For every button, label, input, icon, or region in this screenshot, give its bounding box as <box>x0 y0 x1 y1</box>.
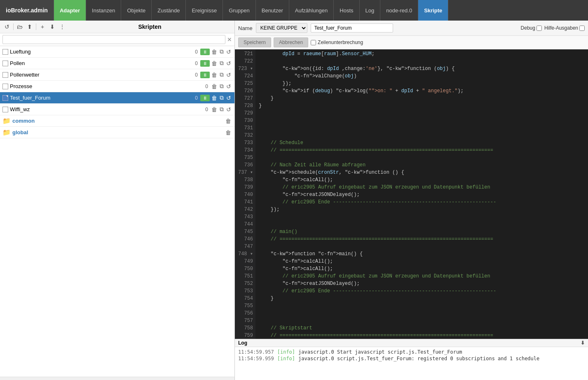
item-actions: 🗑 ⧉ ↺ <box>211 106 232 113</box>
main-layout: ↺ 🗁 ⬆ + ⬇ ⋮ Skripten ✕ Lueftung 0 ⏸ 🗑 <box>0 21 588 380</box>
log-level: [info] <box>277 356 295 361</box>
log-level: [info] <box>277 349 295 355</box>
folder-delete-button[interactable]: 🗑 <box>225 118 232 124</box>
folder-icon: 📁 <box>2 117 11 125</box>
copy-button[interactable]: ⧉ <box>219 48 225 55</box>
log-message: javascript.0 Start javascript script.js.… <box>298 349 462 355</box>
upload-icon[interactable]: ⬆ <box>25 22 34 31</box>
tab-objekte[interactable]: Objekte <box>121 0 152 21</box>
list-item[interactable]: Wiffi_wz 0 🗑 ⧉ ↺ <box>0 104 234 115</box>
item-count: 0 <box>195 61 198 66</box>
log-row: 11:54:59.959 [info] javascript.0 script.… <box>238 355 585 362</box>
restart-button[interactable]: ↺ <box>225 106 232 113</box>
delete-button[interactable]: 🗑 <box>211 106 218 113</box>
tab-hosts[interactable]: Hosts <box>334 0 359 21</box>
download-icon[interactable]: ⬇ <box>48 22 57 31</box>
item-count: 0 <box>195 49 198 55</box>
list-item-selected[interactable]: Test_fuer_Forum 0 ⏸ 🗑 ⧉ ↺ <box>0 92 234 104</box>
log-message: javascript.0 script.js.Test_fuer_Forum: … <box>298 356 539 361</box>
zeilen-label[interactable]: Zeilenunterbrechung <box>311 40 363 45</box>
item-name: Pollenwetter <box>10 72 195 78</box>
delete-button[interactable]: 🗑 <box>211 60 218 67</box>
tab-instanzen[interactable]: Instanzen <box>86 0 121 21</box>
toolbar-sep-1 <box>13 23 14 30</box>
restart-button[interactable]: ↺ <box>225 49 232 55</box>
file-icon <box>2 84 8 89</box>
tab-zustaende[interactable]: Zustände <box>152 0 186 21</box>
name-label: Name <box>238 25 253 31</box>
refresh-icon[interactable]: ↺ <box>2 22 12 31</box>
left-scrollbar[interactable] <box>0 377 234 380</box>
copy-button[interactable]: ⧉ <box>219 83 225 90</box>
item-actions: 🗑 ⧉ ↺ <box>211 83 232 90</box>
item-actions: ⏸ 🗑 ⧉ ↺ <box>200 94 232 101</box>
list-item[interactable]: Prozesse 0 🗑 ⧉ ↺ <box>0 81 234 92</box>
log-time: 11:54:59.957 <box>238 349 274 355</box>
tab-skripte[interactable]: Skripte <box>418 0 448 21</box>
tab-node-red[interactable]: node-red.0 <box>380 0 418 21</box>
debug-section: Debug Hilfe-Ausgaben <box>521 25 585 31</box>
item-count: 0 <box>195 95 198 101</box>
item-name: Wiffi_wz <box>10 106 205 112</box>
tab-ereignisse[interactable]: Ereignisse <box>186 0 223 21</box>
log-header: Log ⬇ <box>235 339 588 347</box>
debug-checkbox[interactable] <box>536 26 542 31</box>
search-clear-icon[interactable]: ✕ <box>227 36 232 43</box>
debug-label[interactable]: Debug <box>521 25 542 31</box>
more-icon[interactable]: ⋮ <box>58 22 67 31</box>
list-item[interactable]: Pollen 0 ⏸ 🗑 ⧉ ↺ <box>0 58 234 69</box>
tab-gruppen[interactable]: Gruppen <box>223 0 256 21</box>
search-bar: ✕ <box>0 33 234 46</box>
restart-button[interactable]: ↺ <box>225 83 232 90</box>
tab-log[interactable]: Log <box>360 0 381 21</box>
cancel-button[interactable]: Abbrechen <box>274 37 308 47</box>
delete-button[interactable]: 🗑 <box>211 49 218 55</box>
save-button[interactable]: Speichern <box>238 37 271 47</box>
item-count: 0 <box>205 84 208 89</box>
file-icon <box>2 61 8 66</box>
line-numbers: 721 722 723 ▾724 725 726 727 728 729 730… <box>235 49 255 339</box>
log-time: 11:54:59.959 <box>238 356 274 361</box>
script-name-input[interactable] <box>311 23 393 33</box>
folder-common[interactable]: 📁 common 🗑 <box>0 115 234 127</box>
restart-button[interactable]: ↺ <box>225 95 232 101</box>
delete-button[interactable]: 🗑 <box>211 83 218 90</box>
code-content[interactable]: dpId = raeume[raum].Sensor_HUM; "c-kw">o… <box>255 49 588 339</box>
run-button[interactable]: ⏸ <box>200 49 210 55</box>
run-button[interactable]: ⏸ <box>200 95 210 101</box>
run-button[interactable]: ⏸ <box>200 60 210 67</box>
copy-button[interactable]: ⧉ <box>219 94 225 101</box>
delete-button[interactable]: 🗑 <box>211 72 218 78</box>
copy-button[interactable]: ⧉ <box>219 60 225 67</box>
restart-button[interactable]: ↺ <box>225 72 232 78</box>
tab-benutzer[interactable]: Benutzer <box>256 0 289 21</box>
right-panel: Name KEINE GRUPPE Debug Hilfe-Ausgaben S… <box>235 21 588 380</box>
hilfe-checkbox[interactable] <box>579 26 585 31</box>
log-title: Log <box>238 340 247 346</box>
delete-button[interactable]: 🗑 <box>211 95 218 101</box>
copy-button[interactable]: ⧉ <box>219 106 225 113</box>
item-count: 0 <box>205 107 208 112</box>
add-icon[interactable]: + <box>38 22 47 31</box>
log-download-icon[interactable]: ⬇ <box>581 340 585 346</box>
tab-adapter[interactable]: Adapter <box>54 0 86 21</box>
hilfe-text: Hilfe-Ausgaben <box>544 25 578 31</box>
run-button[interactable]: ⏸ <box>200 72 210 78</box>
tab-aufzaehlungen[interactable]: Aufzählungen <box>289 0 334 21</box>
folder-delete-button[interactable]: 🗑 <box>225 129 232 136</box>
group-select[interactable]: KEINE GRUPPE <box>256 23 307 33</box>
file-icon <box>2 95 8 101</box>
list-item[interactable]: Pollenwetter 0 ⏸ 🗑 ⧉ ↺ <box>0 69 234 81</box>
log-row: 11:54:59.957 [info] javascript.0 Start j… <box>238 349 585 355</box>
folder-global[interactable]: 📁 global 🗑 <box>0 127 234 138</box>
hilfe-label[interactable]: Hilfe-Ausgaben <box>544 25 585 31</box>
item-count: 0 <box>195 72 198 78</box>
list-item[interactable]: Lueftung 0 ⏸ 🗑 ⧉ ↺ <box>0 46 234 58</box>
search-input[interactable] <box>2 35 225 44</box>
copy-button[interactable]: ⧉ <box>219 71 225 78</box>
folder-icon[interactable]: 🗁 <box>15 22 24 31</box>
zeilen-checkbox[interactable] <box>311 40 316 45</box>
brand-logo: ioBroker.admin <box>0 0 54 21</box>
file-icon <box>2 72 8 78</box>
restart-button[interactable]: ↺ <box>225 60 232 67</box>
